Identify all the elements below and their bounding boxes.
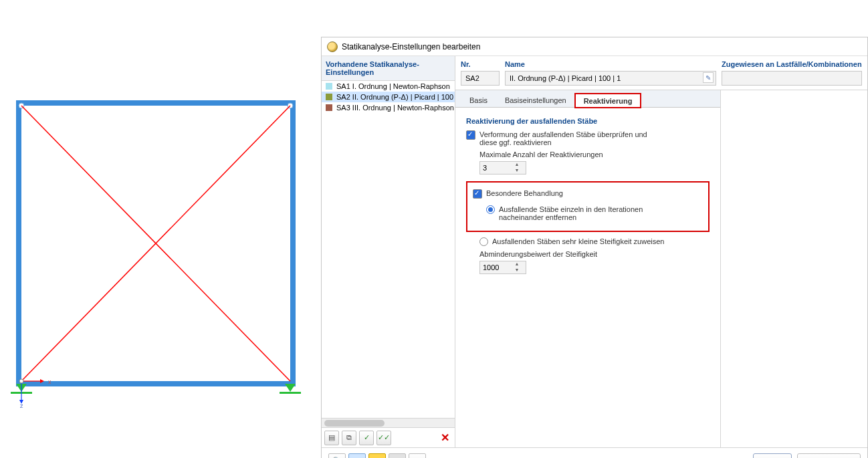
script-icon[interactable]: f≡: [409, 453, 426, 459]
color-icon[interactable]: [368, 453, 386, 459]
edit-name-icon[interactable]: ✎: [703, 72, 714, 83]
nr-input[interactable]: SA2: [461, 71, 500, 86]
app-icon: [327, 41, 338, 52]
list-item[interactable]: SA3 III. Ordnung | Newton-Raphson | 1: [322, 102, 455, 113]
checkbox-label: Besondere Behandlung: [486, 189, 563, 197]
section-title: Reaktivierung der ausfallenden Stäbe: [466, 117, 710, 125]
list-item-label: SA2 II. Ordnung (P-Δ) | Picard | 100 | 1: [336, 93, 455, 101]
settings-list-sidebar: Vorhandene Statikanalyse-Einstellungen S…: [322, 56, 455, 447]
model-viewport: x z: [0, 0, 321, 458]
copy-button[interactable]: ⧉: [342, 431, 356, 445]
max-reactivations-label: Maximale Anzahl der Reaktivierungen: [479, 150, 710, 158]
settings-list[interactable]: SA1 I. Ordnung | Newton-Raphson SA2 II. …: [322, 81, 455, 418]
apply-icon[interactable]: ✓: [389, 453, 406, 459]
list-item-label: SA1 I. Ordnung | Newton-Raphson: [336, 82, 450, 90]
stiffness-factor-spinner[interactable]: ▲▼: [479, 261, 526, 274]
spin-up[interactable]: ▲: [512, 162, 522, 168]
special-treatment-group: Besondere Behandlung Ausfallende Stäbe e…: [466, 181, 710, 232]
tabstrip: Basis Basiseinstellungen Reaktivierung: [455, 90, 720, 108]
ok-button[interactable]: OK: [753, 453, 792, 459]
new-button[interactable]: ▤: [324, 431, 339, 445]
spin-down[interactable]: ▼: [512, 168, 522, 174]
svg-marker-7: [285, 384, 296, 392]
radio-small-stiffness[interactable]: [479, 237, 488, 246]
list-item[interactable]: SA2 II. Ordnung (P-Δ) | Picard | 100 | 1: [322, 92, 455, 102]
nr-label: Nr.: [461, 60, 500, 71]
max-reactivations-spinner[interactable]: ▲▼: [479, 161, 526, 175]
tab-reaktivierung[interactable]: Reaktivierung: [575, 94, 641, 108]
check-button[interactable]: ✓: [359, 431, 374, 445]
sidebar-toolbar: ▤ ⧉ ✓ ✓✓ ✕: [322, 427, 455, 447]
settings-dialog: Statikanalyse-Einstellungen bearbeiten V…: [321, 37, 868, 458]
assigned-panel: [720, 90, 867, 447]
assigned-input[interactable]: [722, 71, 862, 86]
structure-diagram: x z: [7, 94, 301, 408]
max-reactivations-input[interactable]: [480, 164, 512, 172]
color-swatch: [326, 94, 332, 100]
dialog-titlebar: Statikanalyse-Einstellungen bearbeiten: [322, 37, 867, 56]
tab-basis[interactable]: Basis: [461, 93, 496, 107]
delete-button[interactable]: ✕: [437, 431, 452, 445]
radio-label: Ausfallenden Stäben sehr kleine Steifigk…: [492, 237, 664, 245]
radio-remove-individually[interactable]: [486, 205, 495, 214]
color-swatch: [326, 83, 332, 90]
cancel-button[interactable]: Abbrechen: [797, 453, 861, 459]
dialog-title: Statikanalyse-Einstellungen bearbeiten: [342, 42, 480, 51]
checkall-button[interactable]: ✓✓: [376, 431, 391, 445]
axis-z-label: z: [20, 403, 23, 408]
units-icon[interactable]: 0.00: [348, 453, 366, 459]
help-icon[interactable]: 🔍: [328, 453, 346, 459]
list-item-label: SA3 III. Ordnung | Newton-Raphson | 1: [336, 104, 455, 112]
assigned-label: Zugewiesen an Lastfälle/Kombinationen: [722, 60, 862, 71]
spin-up[interactable]: ▲: [512, 261, 522, 267]
stiffness-factor-input[interactable]: [480, 263, 512, 271]
spin-down[interactable]: ▼: [512, 267, 522, 273]
axis-x-label: x: [48, 378, 51, 385]
horizontal-scrollbar[interactable]: [322, 418, 455, 427]
main-panel: Nr. SA2 Name II. Ordnung (P-Δ) | Picard …: [455, 56, 867, 447]
name-label: Name: [505, 60, 716, 71]
form-body: Reaktivierung der ausfallenden Stäbe Ver…: [455, 108, 720, 447]
dialog-bottom-bar: 🔍 0.00 ✓ f≡ OK Abbrechen: [322, 447, 867, 458]
checkbox-verify-deformation[interactable]: [466, 130, 475, 140]
sidebar-header: Vorhandene Statikanalyse-Einstellungen: [322, 56, 455, 81]
name-input[interactable]: II. Ordnung (P-Δ) | Picard | 100 | 1: [505, 71, 716, 86]
tab-basiseinstellungen[interactable]: Basiseinstellungen: [496, 93, 575, 107]
radio-label: Ausfallende Stäbe einzeln in den Iterati…: [499, 205, 673, 221]
color-swatch: [326, 104, 332, 111]
stiffness-factor-label: Abminderungsbeiwert der Steifigkeit: [479, 250, 710, 258]
svg-point-13: [19, 379, 23, 383]
svg-rect-8: [280, 392, 301, 394]
checkbox-special-treatment[interactable]: [473, 189, 482, 199]
checkbox-label: Verformung der ausfallenden Stäbe überpr…: [479, 130, 653, 146]
list-item[interactable]: SA1 I. Ordnung | Newton-Raphson: [322, 81, 455, 92]
